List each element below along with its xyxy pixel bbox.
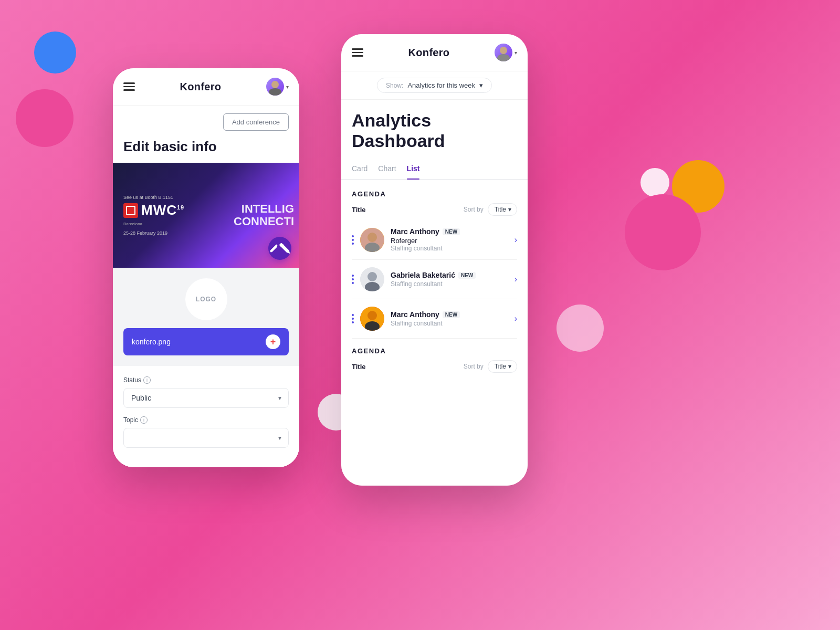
status-select-wrapper: Public Private Draft [123,388,289,408]
add-conference-bar: Add conference [113,106,299,139]
topic-info-icon[interactable]: i [140,416,148,424]
status-label-text: Status [123,376,141,384]
conference-image: See us at Booth B.1151 MWC19 Barcelona 2… [113,163,299,268]
form-section: Status i Public Private Draft Topic i [113,366,299,467]
item-name-row-2: Gabriela Baketarić NEW [391,271,508,279]
agenda-section-2: AGENDA Title Sort by Title ▾ [341,339,528,373]
new-badge-2: NEW [458,272,476,279]
avatar-image-right [495,44,512,61]
menu-icon-right[interactable] [352,48,363,57]
bg-circle-pink-right [625,194,701,270]
mwc-see-text: See us at Booth B.1151 [123,195,289,200]
mwc-word: MWC [141,202,177,218]
intelligent-text: INTELLIG CONNECTI [234,203,294,228]
menu-icon-left[interactable] [123,82,135,91]
sort-chevron-2: ▾ [508,363,511,370]
item-role-3: Staffing consultant [391,320,508,327]
item-name-1: Marc Anthony [391,227,439,236]
tab-list[interactable]: List [407,164,420,179]
bg-circle-light-1 [640,168,669,197]
phone-right-content: Show: Analytics for this week ▾ Analytic… [341,71,528,486]
new-badge-1: NEW [443,228,460,235]
phone-right-title: Konfero [408,47,450,59]
svg-point-0 [271,81,279,88]
avatar-chevron-right: ▾ [514,50,517,56]
intelligent-line1: INTELLIG [242,202,294,215]
phone-right-mockup: Konfero ▾ Show: Analytics for this week … [341,34,528,486]
intelligent-line2: CONNECTI [234,215,294,228]
status-info-icon[interactable]: i [143,376,151,384]
item-surname-1: Roferger [391,237,508,245]
status-select[interactable]: Public Private Draft [123,388,289,408]
avatar-image-left [266,78,284,96]
status-label: Status i [123,376,289,384]
file-add-button[interactable]: + [266,334,280,349]
item-dots-3[interactable] [352,314,354,323]
analytics-header: Analytics Dashboard [341,100,528,156]
item-name-3: Marc Anthony [391,310,439,319]
dot [352,282,354,284]
analytics-title-line2: Dashboard [352,131,445,151]
dot [352,314,354,316]
show-filter-bar: Show: Analytics for this week ▾ [341,71,528,100]
item-chevron-2[interactable]: › [514,275,517,284]
item-dots-1[interactable] [352,235,354,245]
tab-card[interactable]: Card [352,164,368,179]
col-title-1: Title [352,206,366,214]
avatar-left[interactable]: ▾ [266,78,289,96]
svg-point-8 [368,272,377,281]
dot [352,235,354,237]
item-avatar-3 [360,307,384,331]
analytics-title-line1: Analytics [352,110,431,130]
avatar-chevron-left: ▾ [286,84,289,90]
item-info-3: Marc Anthony NEW Staffing consultant [391,310,508,327]
agenda-section-1: AGENDA Title Sort by Title ▾ [341,180,528,339]
logo-circle[interactable]: LOGO [185,278,227,320]
dot [352,321,354,323]
show-filter-pill[interactable]: Show: Analytics for this week ▾ [377,78,492,93]
sort-select-2[interactable]: Title ▾ [488,360,517,373]
phone-left-title: Konfero [180,81,222,93]
phone-right-header: Konfero ▾ [341,34,528,71]
file-input-bar[interactable]: konfero.png + [123,328,289,355]
dot [352,278,354,280]
sort-label-2: Sort by [464,363,484,370]
agenda-header-row-1: Title Sort by Title ▾ [352,203,517,216]
item-name-row-3: Marc Anthony NEW [391,310,508,319]
item-chevron-3[interactable]: › [514,314,517,323]
analytics-title: Analytics Dashboard [352,110,517,151]
avatar-right[interactable]: ▾ [495,44,517,61]
svg-point-5 [368,233,377,242]
edit-pencil-button[interactable] [268,237,291,260]
topic-select-wrapper [123,428,289,448]
topic-field: Topic i [123,416,289,448]
dot [352,275,354,277]
item-chevron-1[interactable]: › [514,235,517,245]
item-name-row-1: Marc Anthony NEW [391,227,508,236]
item-avatar-2 [360,267,384,291]
topic-select[interactable] [123,428,289,448]
agenda-title-2: AGENDA [352,347,517,355]
item-avatar-1 [360,228,384,252]
filter-value: Analytics for this week [407,81,475,89]
mwc-text: MWC19 [141,202,184,218]
item-dots-2[interactable] [352,275,354,284]
mwc-date: 25-28 February 2019 [123,230,289,236]
mwc-year: 19 [177,204,184,211]
topic-label-text: Topic [123,416,138,424]
item-name-2: Gabriela Baketarić [391,271,455,279]
sort-row-2: Sort by Title ▾ [464,360,517,373]
phone-left-content: Add conference Edit basic info See us at… [113,106,299,467]
col-title-2: Title [352,363,366,371]
add-conference-button[interactable]: Add conference [223,113,289,131]
sort-row-1: Sort by Title ▾ [464,203,517,216]
bg-circle-orange-right [672,160,724,213]
dot [352,243,354,245]
sort-select-1[interactable]: Title ▾ [488,203,517,216]
mwc-red-box-inner [126,206,135,215]
tab-chart[interactable]: Chart [378,164,396,179]
list-item-2: Gabriela Baketarić NEW Staffing consulta… [352,260,517,299]
item-info-1: Marc Anthony NEW Roferger Staffing consu… [391,227,508,252]
agenda-title-1: AGENDA [352,190,517,198]
list-item-1: Marc Anthony NEW Roferger Staffing consu… [352,220,517,260]
